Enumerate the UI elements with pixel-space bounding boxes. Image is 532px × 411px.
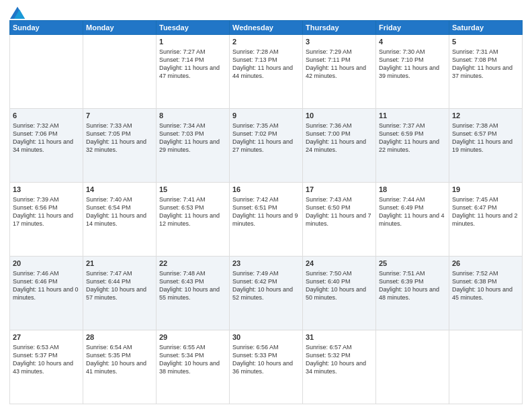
day-info-line: Sunrise: 7:30 AM <box>379 48 446 56</box>
day-info-line: Daylight: 11 hours and 34 minutes. <box>13 138 80 154</box>
page: SundayMondayTuesdayWednesdayThursdayFrid… <box>0 0 532 411</box>
calendar-day-cell: 27Sunrise: 6:53 AMSunset: 5:37 PMDayligh… <box>10 330 83 404</box>
day-info-line: Sunset: 6:42 PM <box>232 277 300 285</box>
day-info-line: Daylight: 10 hours and 38 minutes. <box>159 359 226 375</box>
day-info-line: Daylight: 10 hours and 36 minutes. <box>232 359 300 375</box>
calendar-day-header: Wednesday <box>230 21 303 35</box>
day-info-line: Sunrise: 7:36 AM <box>306 122 373 130</box>
calendar-day-cell: 3Sunrise: 7:29 AMSunset: 7:11 PMDaylight… <box>303 35 376 109</box>
day-info-line: Sunset: 6:56 PM <box>13 203 80 212</box>
day-info-line: Daylight: 10 hours and 43 minutes. <box>13 359 80 375</box>
day-info-line: Sunset: 7:00 PM <box>306 130 373 138</box>
day-info-line: Daylight: 10 hours and 57 minutes. <box>86 285 153 302</box>
calendar-day-cell: 7Sunrise: 7:33 AMSunset: 7:05 PMDaylight… <box>83 109 157 183</box>
calendar-day-cell: 13Sunrise: 7:39 AMSunset: 6:56 PMDayligh… <box>10 183 83 257</box>
day-info-line: Daylight: 11 hours and 0 minutes. <box>13 285 80 302</box>
day-number: 19 <box>452 185 519 195</box>
day-number: 22 <box>159 259 226 269</box>
day-info-line: Daylight: 11 hours and 17 minutes. <box>13 212 80 228</box>
day-info-line: Sunrise: 7:38 AM <box>452 122 519 130</box>
day-info-line: Daylight: 11 hours and 42 minutes. <box>306 64 373 80</box>
day-info-line: Sunset: 7:14 PM <box>159 56 226 64</box>
day-info-line: Sunrise: 7:33 AM <box>86 122 153 130</box>
day-info-line: Sunset: 7:06 PM <box>13 130 80 138</box>
calendar-day-cell <box>449 330 523 404</box>
day-info-line: Sunrise: 7:48 AM <box>159 269 226 277</box>
day-info-line: Daylight: 11 hours and 7 minutes. <box>306 212 373 228</box>
day-info-line: Sunrise: 7:32 AM <box>13 122 80 130</box>
day-info-line: Sunrise: 6:55 AM <box>159 343 226 351</box>
day-info-line: Sunrise: 7:43 AM <box>306 195 373 203</box>
day-number: 13 <box>13 185 80 195</box>
calendar-day-cell: 18Sunrise: 7:44 AMSunset: 6:49 PMDayligh… <box>376 183 449 257</box>
day-number: 9 <box>232 111 300 121</box>
day-info-line: Sunrise: 6:54 AM <box>86 343 153 351</box>
day-info-line: Daylight: 11 hours and 19 minutes. <box>452 138 519 154</box>
day-info-line: Sunrise: 6:53 AM <box>13 343 80 351</box>
day-info-line: Sunrise: 7:51 AM <box>379 269 446 277</box>
day-info-line: Daylight: 11 hours and 2 minutes. <box>452 212 519 228</box>
day-info-line: Daylight: 11 hours and 12 minutes. <box>159 212 226 228</box>
calendar-day-cell <box>83 35 157 109</box>
day-info-line: Sunset: 7:13 PM <box>232 56 300 64</box>
day-info-line: Daylight: 11 hours and 14 minutes. <box>86 212 153 228</box>
day-number: 25 <box>379 259 446 269</box>
day-number: 6 <box>13 111 80 121</box>
calendar-day-cell: 22Sunrise: 7:48 AMSunset: 6:43 PMDayligh… <box>157 257 230 330</box>
calendar-day-cell: 19Sunrise: 7:45 AMSunset: 6:47 PMDayligh… <box>449 183 523 257</box>
day-info-line: Daylight: 11 hours and 24 minutes. <box>306 138 373 154</box>
calendar-day-cell: 9Sunrise: 7:35 AMSunset: 7:02 PMDaylight… <box>230 109 303 183</box>
day-info-line: Sunrise: 7:49 AM <box>232 269 300 277</box>
day-number: 20 <box>13 259 80 269</box>
day-info-line: Sunrise: 7:45 AM <box>452 195 519 203</box>
day-info-line: Sunrise: 7:37 AM <box>379 122 446 130</box>
day-info-line: Sunset: 7:11 PM <box>306 56 373 64</box>
calendar-day-cell <box>376 330 449 404</box>
day-number: 3 <box>306 37 373 47</box>
calendar-day-cell: 26Sunrise: 7:52 AMSunset: 6:38 PMDayligh… <box>449 257 523 330</box>
calendar-day-cell: 29Sunrise: 6:55 AMSunset: 5:34 PMDayligh… <box>157 330 230 404</box>
calendar-day-cell: 21Sunrise: 7:47 AMSunset: 6:44 PMDayligh… <box>83 257 157 330</box>
calendar-week-row: 27Sunrise: 6:53 AMSunset: 5:37 PMDayligh… <box>10 330 523 404</box>
day-number: 12 <box>452 111 519 121</box>
day-info-line: Daylight: 11 hours and 32 minutes. <box>86 138 153 154</box>
day-info-line: Sunset: 6:40 PM <box>306 277 373 285</box>
day-info-line: Daylight: 11 hours and 27 minutes. <box>232 138 300 154</box>
day-info-line: Sunset: 6:57 PM <box>452 130 519 138</box>
calendar-day-cell: 12Sunrise: 7:38 AMSunset: 6:57 PMDayligh… <box>449 109 523 183</box>
day-info-line: Sunrise: 6:56 AM <box>232 343 300 351</box>
day-info-line: Sunrise: 7:35 AM <box>232 122 300 130</box>
calendar-day-cell: 8Sunrise: 7:34 AMSunset: 7:03 PMDaylight… <box>157 109 230 183</box>
day-info-line: Daylight: 10 hours and 41 minutes. <box>86 359 153 375</box>
day-number: 7 <box>86 111 153 121</box>
day-info-line: Sunset: 7:08 PM <box>452 56 519 64</box>
day-info-line: Sunrise: 7:44 AM <box>379 195 446 203</box>
day-number: 18 <box>379 185 446 195</box>
day-number: 15 <box>159 185 226 195</box>
day-number: 8 <box>159 111 226 121</box>
calendar-day-header: Sunday <box>10 21 83 35</box>
day-info-line: Sunrise: 7:40 AM <box>86 195 153 203</box>
day-number: 26 <box>452 259 519 269</box>
calendar-day-cell: 11Sunrise: 7:37 AMSunset: 6:59 PMDayligh… <box>376 109 449 183</box>
day-info-line: Sunset: 7:02 PM <box>232 130 300 138</box>
day-info-line: Sunset: 7:05 PM <box>86 130 153 138</box>
day-info-line: Daylight: 10 hours and 52 minutes. <box>232 285 300 302</box>
day-number: 14 <box>86 185 153 195</box>
day-number: 30 <box>232 332 300 342</box>
logo-icon <box>10 7 25 19</box>
day-number: 27 <box>13 332 80 342</box>
calendar-day-cell: 5Sunrise: 7:31 AMSunset: 7:08 PMDaylight… <box>449 35 523 109</box>
day-info-line: Sunrise: 7:41 AM <box>159 195 226 203</box>
day-info-line: Sunset: 6:46 PM <box>13 277 80 285</box>
day-number: 24 <box>306 259 373 269</box>
calendar-table: SundayMondayTuesdayWednesdayThursdayFrid… <box>9 20 523 404</box>
day-info-line: Daylight: 11 hours and 47 minutes. <box>159 64 226 80</box>
calendar-day-cell: 1Sunrise: 7:27 AMSunset: 7:14 PMDaylight… <box>157 35 230 109</box>
calendar-day-cell: 4Sunrise: 7:30 AMSunset: 7:10 PMDaylight… <box>376 35 449 109</box>
day-info-line: Sunset: 6:43 PM <box>159 277 226 285</box>
day-info-line: Daylight: 10 hours and 50 minutes. <box>306 285 373 302</box>
calendar-day-cell: 25Sunrise: 7:51 AMSunset: 6:39 PMDayligh… <box>376 257 449 330</box>
calendar-header-row: SundayMondayTuesdayWednesdayThursdayFrid… <box>10 21 523 35</box>
day-info-line: Sunset: 6:39 PM <box>379 277 446 285</box>
